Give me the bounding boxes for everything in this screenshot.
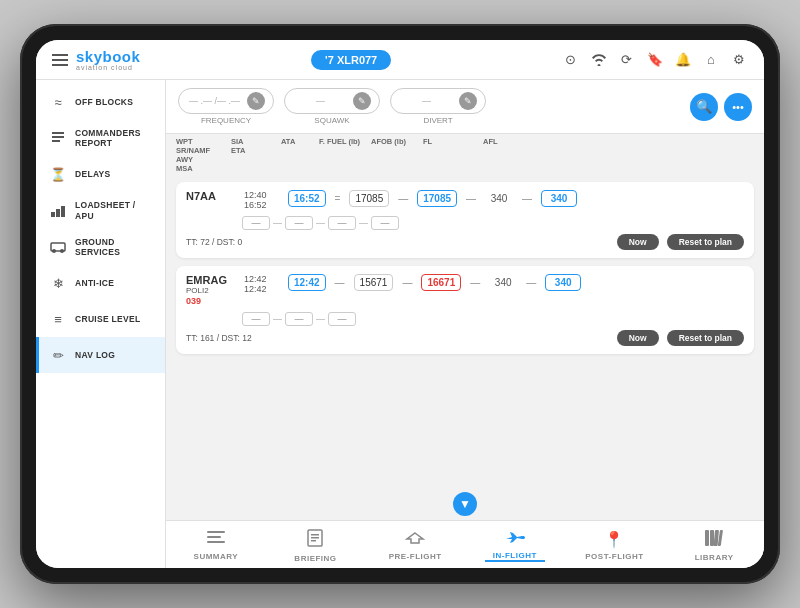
- th-afl: AFL: [483, 137, 513, 173]
- nav-briefing[interactable]: BRIEFING: [285, 529, 345, 563]
- time2: 12:42: [244, 284, 280, 294]
- f-fuel-input[interactable]: 15671: [354, 274, 394, 291]
- frequency-input[interactable]: — .— /— .— ✎: [178, 88, 274, 114]
- svg-rect-15: [311, 540, 316, 542]
- logo-subtitle: aviation cloud: [76, 64, 140, 71]
- sidebar-item-label: NAV LOG: [75, 350, 115, 360]
- top-bar-icons: ⊙ ⟳ 🔖 🔔 ⌂ ⚙: [562, 51, 748, 69]
- svg-rect-2: [52, 140, 60, 142]
- afob-input[interactable]: 16671: [421, 274, 461, 291]
- nav-row-bottom: TT: 161 / DST: 12 Now Reset to plan: [186, 330, 744, 346]
- home-icon: ⌂: [702, 51, 720, 69]
- tablet-device: skybook aviation cloud '7 XLR077 ⊙ ⟳ 🔖 🔔…: [20, 24, 780, 584]
- hamburger-icon[interactable]: [52, 54, 68, 66]
- afl-input[interactable]: 340: [545, 274, 581, 291]
- divert-label: DIVERT: [423, 116, 452, 125]
- th-afob: AFOB (lb): [371, 137, 423, 173]
- search-button[interactable]: 🔍: [690, 93, 718, 121]
- nav-summary[interactable]: SUMMARY: [186, 531, 246, 561]
- nav-row-bottom: TT: 72 / DST: 0 Now Reset to plan: [186, 234, 744, 250]
- sidebar-item-delays[interactable]: ⏳ DELAYS: [36, 156, 165, 192]
- sync-icon: ⟳: [618, 51, 636, 69]
- fuel-sub-row: — — — — —: [242, 312, 356, 326]
- top-bar-left: skybook aviation cloud: [52, 49, 140, 71]
- squawk-edit-btn[interactable]: ✎: [353, 92, 371, 110]
- dash-sep2: —: [467, 277, 483, 288]
- nav-pre-flight[interactable]: PRE-FLIGHT: [385, 531, 445, 561]
- sidebar-item-label: LOADSHEET / APU: [75, 200, 155, 220]
- cruise-level-icon: ≡: [49, 310, 67, 328]
- small-box1: —: [242, 216, 270, 230]
- off-blocks-icon: ≈: [49, 93, 67, 111]
- flight-badge[interactable]: '7 XLR077: [311, 50, 391, 70]
- afob-input[interactable]: 17085: [417, 190, 457, 207]
- sidebar-item-ground-services[interactable]: GROUND SERVICES: [36, 229, 165, 265]
- sidebar-item-cruise-level[interactable]: ≡ CRUISE LEVEL: [36, 301, 165, 337]
- sidebar-item-loadsheet[interactable]: LOADSHEET / APU: [36, 192, 165, 228]
- nav-row-emrag: EMRAG POLI2 039 12:42 12:42 12:42 —: [176, 266, 754, 354]
- frequency-edit-btn[interactable]: ✎: [247, 92, 265, 110]
- loadsheet-icon: [49, 202, 67, 220]
- edit-icon: ✎: [358, 96, 366, 106]
- th-fl: FL: [423, 137, 459, 173]
- dash2: —: [316, 314, 325, 324]
- nav-row-line2: — — — — —: [186, 312, 744, 326]
- squawk-value: —: [293, 96, 348, 106]
- nav-in-flight[interactable]: IN-FLIGHT: [485, 530, 545, 562]
- reset-button[interactable]: Reset to plan: [667, 234, 744, 250]
- svg-rect-17: [710, 530, 714, 546]
- sidebar-item-label: DELAYS: [75, 169, 111, 179]
- top-bar: skybook aviation cloud '7 XLR077 ⊙ ⟳ 🔖 🔔…: [36, 40, 764, 80]
- nav-post-flight-label: POST-FLIGHT: [585, 552, 643, 561]
- dash2: —: [316, 218, 325, 228]
- svg-point-8: [60, 249, 64, 253]
- squawk-group: — ✎ SQUAWK: [284, 88, 380, 125]
- dash3: —: [359, 218, 368, 228]
- time2: 16:52: [244, 200, 280, 210]
- divert-group: — ✎ DIVERT: [390, 88, 486, 125]
- pre-flight-icon: [405, 531, 425, 549]
- poli2-code: 039: [186, 296, 236, 306]
- time1: 12:42: [244, 274, 280, 284]
- sidebar-item-anti-ice[interactable]: ❄ ANTI-ICE: [36, 265, 165, 301]
- f-fuel-input[interactable]: 17085: [349, 190, 389, 207]
- in-flight-icon: [504, 530, 526, 548]
- logo-text: skybook: [76, 49, 140, 64]
- nav-library-label: LIBRARY: [695, 553, 734, 562]
- nav-post-flight[interactable]: 📍 POST-FLIGHT: [584, 530, 644, 561]
- sidebar-item-label: CRUISE LEVEL: [75, 314, 140, 324]
- squawk-input[interactable]: — ✎: [284, 88, 380, 114]
- expand-btn-row: ▼: [166, 488, 764, 520]
- waypoint-name: EMRAG: [186, 274, 236, 286]
- now-button[interactable]: Now: [617, 234, 659, 250]
- sidebar-item-off-blocks[interactable]: ≈ OFF BLOCKS: [36, 84, 165, 120]
- sidebar-item-nav-log[interactable]: ✏ NAV LOG: [36, 337, 165, 373]
- commanders-report-icon: [49, 129, 67, 147]
- divert-input[interactable]: — ✎: [390, 88, 486, 114]
- divert-edit-btn[interactable]: ✎: [459, 92, 477, 110]
- ata-input[interactable]: 12:42: [288, 274, 326, 291]
- nav-library[interactable]: LIBRARY: [684, 530, 744, 562]
- svg-rect-4: [56, 209, 60, 217]
- nav-row-top: N7AA 12:40 16:52 16:52 = 17085: [186, 190, 744, 210]
- afl-input[interactable]: 340: [541, 190, 577, 207]
- small-box3: —: [328, 312, 356, 326]
- more-button[interactable]: •••: [724, 93, 752, 121]
- sidebar-item-label: OFF BLOCKS: [75, 97, 133, 107]
- small-box3: —: [328, 216, 356, 230]
- times-col: 12:40 16:52: [244, 190, 280, 210]
- post-flight-icon: 📍: [604, 530, 624, 549]
- anti-ice-icon: ❄: [49, 274, 67, 292]
- reset-button[interactable]: Reset to plan: [667, 330, 744, 346]
- fl-value: 340: [489, 277, 517, 288]
- summary-icon: [207, 531, 225, 549]
- settings-icon[interactable]: ⚙: [730, 51, 748, 69]
- edit-icon: ✎: [464, 96, 472, 106]
- expand-button[interactable]: ▼: [453, 492, 477, 516]
- sidebar-item-commanders-report[interactable]: COMMANDERS REPORT: [36, 120, 165, 156]
- nav-in-flight-label: IN-FLIGHT: [493, 551, 537, 560]
- now-button[interactable]: Now: [617, 330, 659, 346]
- small-box4: —: [371, 216, 399, 230]
- nav-rows-area: N7AA 12:40 16:52 16:52 = 17085: [166, 176, 764, 488]
- ata-input[interactable]: 16:52: [288, 190, 326, 207]
